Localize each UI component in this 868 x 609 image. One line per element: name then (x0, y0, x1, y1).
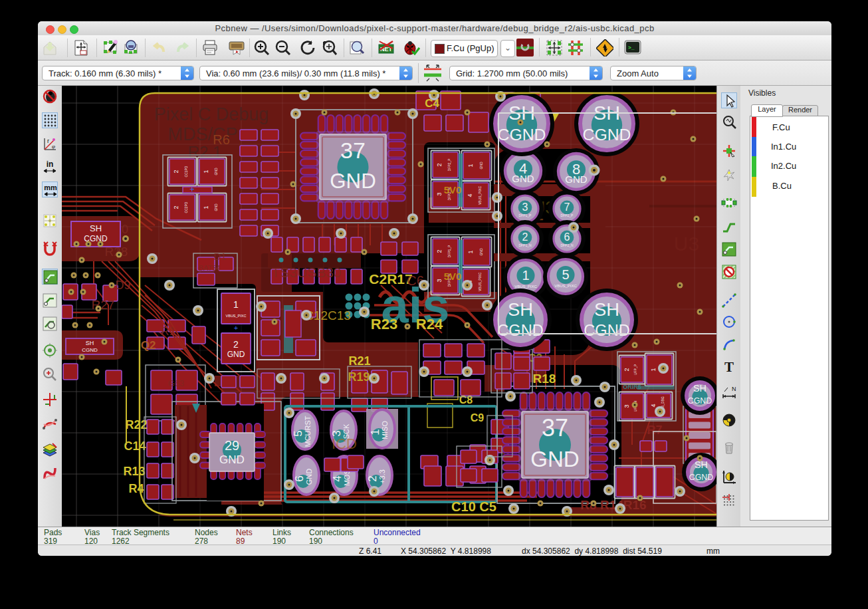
svg-text:T: T (724, 359, 734, 375)
svg-text:1: 1 (203, 205, 209, 209)
svg-text:GND: GND (479, 248, 483, 256)
svg-text:1: 1 (467, 164, 474, 167)
svg-text:VBUS_PIXC: VBUS_PIXC (226, 314, 247, 318)
svg-text:1: 1 (369, 429, 381, 435)
svg-text:4: 4 (467, 193, 473, 197)
svg-text:GND: GND (530, 447, 580, 471)
svg-text:6: 6 (564, 231, 570, 243)
svg-text:2: 2 (366, 475, 379, 481)
svg-text:R23: R23 (371, 316, 397, 332)
svg-text:GND: GND (219, 453, 245, 466)
svg-text:CGND: CGND (582, 126, 631, 144)
svg-text:1: 1 (522, 268, 529, 283)
svg-text:>_: >_ (628, 45, 635, 51)
svg-text:GND: GND (512, 173, 534, 184)
svg-text:R21: R21 (348, 354, 370, 368)
svg-text:DFP2_P: DFP2_P (447, 158, 451, 172)
svg-text:SH: SH (508, 299, 533, 320)
svg-text:2: 2 (522, 231, 528, 243)
svg-text:CGND: CGND (584, 322, 629, 339)
svg-text:C9: C9 (471, 412, 485, 424)
svg-text:2: 2 (173, 170, 179, 173)
svg-text:CGND: CGND (497, 126, 546, 144)
svg-text:VBUS_PIXC: VBUS_PIXC (478, 186, 482, 205)
svg-text:VBUS_PIXC: VBUS_PIXC (478, 273, 482, 291)
svg-text:U3: U3 (674, 233, 699, 255)
svg-text:GND: GND (565, 174, 588, 185)
svg-text:R4: R4 (128, 482, 144, 495)
svg-text:R7: R7 (647, 424, 662, 437)
svg-text:Pixel C Debug: Pixel C Debug (154, 104, 269, 124)
svg-text:3: 3 (623, 404, 630, 408)
svg-text:SH: SH (695, 459, 708, 470)
svg-text:37: 37 (542, 414, 568, 441)
svg-text:5: 5 (292, 430, 304, 436)
svg-text:SH: SH (693, 383, 706, 394)
svg-text:2: 2 (623, 368, 630, 371)
svg-text:ICD: ICD (332, 435, 357, 452)
svg-text:mm: mm (44, 183, 57, 191)
svg-text:2: 2 (233, 339, 239, 350)
svg-text:D9: D9 (115, 279, 130, 292)
svg-text:BAT54: BAT54 (199, 264, 221, 272)
svg-text:MCURST: MCURST (304, 416, 312, 447)
svg-text:DFP2_N: DFP2_N (560, 243, 574, 247)
svg-text:DFP1_N: DFP1_N (518, 243, 532, 247)
svg-text:C14: C14 (124, 439, 146, 453)
svg-text:R19: R19 (348, 370, 370, 384)
svg-text:GND: GND (330, 170, 376, 193)
svg-text:R27: R27 (92, 298, 115, 312)
svg-text:1: 1 (233, 299, 239, 310)
svg-text:CC2PD: CC2PD (184, 201, 188, 213)
svg-text:GND: GND (214, 168, 218, 176)
svg-text:SH: SH (90, 223, 102, 233)
svg-text:R18: R18 (533, 372, 556, 386)
svg-text:R24: R24 (416, 316, 443, 332)
svg-text:1: 1 (467, 250, 474, 253)
svg-text:2: 2 (436, 249, 443, 253)
svg-text:CGND: CGND (497, 322, 543, 339)
svg-text:TS3USB30: TS3USB30 (271, 265, 341, 280)
svg-text:GND: GND (305, 469, 313, 485)
svg-text:R13: R13 (123, 465, 145, 478)
svg-text:φ: φ (52, 143, 55, 150)
svg-text:DFP2_P: DFP2_P (561, 213, 574, 217)
svg-text:GND: GND (214, 203, 218, 211)
svg-text:SH: SH (594, 299, 619, 320)
svg-text:DFP1_P: DFP1_P (447, 245, 451, 258)
svg-text:in: in (47, 160, 54, 169)
svg-text:D1: D1 (213, 251, 226, 262)
svg-text:37: 37 (340, 138, 366, 163)
svg-text:1: 1 (650, 368, 657, 371)
svg-text:5V0: 5V0 (444, 184, 462, 195)
svg-text:CGND: CGND (82, 347, 98, 353)
svg-text:R6: R6 (213, 132, 230, 147)
svg-text:GND: GND (227, 350, 245, 359)
svg-text:6: 6 (293, 475, 306, 481)
svg-text:2: 2 (436, 163, 443, 166)
svg-text:CC1PD: CC1PD (184, 166, 188, 177)
svg-text:7: 7 (564, 201, 570, 213)
svg-text:VBUS_PIXC: VBUS_PIXC (554, 284, 577, 288)
svg-text:Q2: Q2 (141, 339, 156, 352)
svg-text:+: + (234, 324, 238, 332)
svg-text:+: + (189, 184, 195, 194)
svg-text:G63: G63 (168, 378, 185, 388)
svg-text:r: r (47, 138, 49, 144)
svg-text:C10 C5: C10 C5 (451, 499, 496, 514)
svg-text:VBUS_PIXC: VBUS_PIXC (514, 285, 537, 289)
svg-text:CGND: CGND (688, 396, 712, 406)
svg-text:+3.3: +3.3 (378, 469, 386, 484)
svg-text:MISO: MISO (381, 421, 389, 440)
svg-text:3: 3 (522, 201, 528, 213)
svg-text:2: 2 (173, 205, 179, 209)
svg-text:R8 R14R16: R8 R14R16 (580, 498, 646, 512)
svg-text:1: 1 (203, 170, 209, 173)
svg-text:C8: C8 (459, 394, 473, 406)
svg-text:DFP1_P: DFP1_P (519, 213, 532, 217)
svg-text:CGND: CGND (689, 473, 714, 482)
svg-text:UFP_P: UFP_P (633, 364, 637, 375)
svg-text:3: 3 (436, 192, 443, 195)
svg-text:GND: GND (479, 162, 483, 170)
svg-text:4: 4 (331, 475, 344, 481)
